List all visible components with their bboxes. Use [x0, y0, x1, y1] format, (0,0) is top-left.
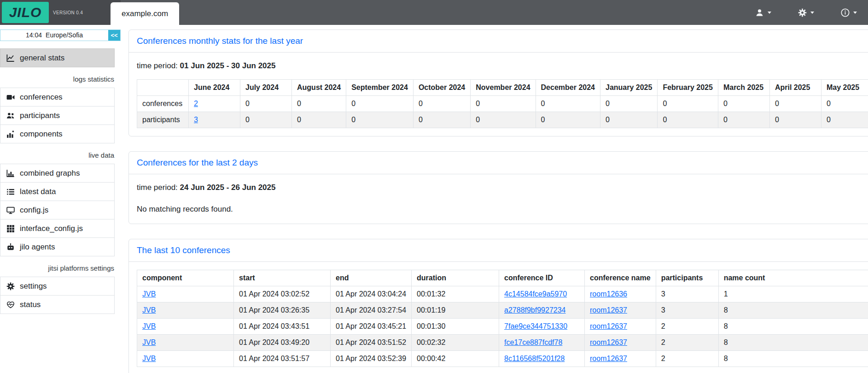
- table-cell[interactable]: room12637: [585, 335, 656, 351]
- sidebar-collapse-button[interactable]: <<: [108, 30, 120, 41]
- sidebar-item-general-stats[interactable]: general stats: [0, 48, 115, 67]
- table-cell: 0: [658, 112, 718, 128]
- sidebar-entry: jilo agents jilo agents: [0, 237, 121, 256]
- column-header: start: [234, 270, 331, 286]
- top-bar: JILO VERSION 0.4 example.com: [0, 0, 868, 25]
- table-cell[interactable]: room12637: [585, 302, 656, 319]
- table-cell: 8: [718, 319, 868, 335]
- table-cell[interactable]: JVB: [137, 335, 234, 351]
- table-cell: 2: [656, 335, 718, 351]
- table-cell: 0: [718, 112, 769, 128]
- table-cell[interactable]: 4c14584fce9a5970: [499, 286, 585, 302]
- sidebar-item-latest-data[interactable]: latest data: [0, 182, 115, 201]
- main-content: Conferences monthly stats for the last y…: [121, 25, 868, 373]
- sidebar-entry: logs statistics logs statistics: [0, 67, 121, 88]
- table-cell: 0: [471, 112, 536, 128]
- clock: 14:04Europe/Sofia: [0, 30, 108, 41]
- time-period-label: time period:: [137, 183, 178, 192]
- sidebar-item-config-js[interactable]: config.js: [0, 201, 115, 219]
- info-icon: [841, 8, 850, 17]
- table-cell: 0: [240, 112, 292, 128]
- sidebar-item-jilo-agents[interactable]: jilo agents: [0, 237, 115, 256]
- header-menus: [755, 0, 857, 25]
- time-period-label: time period:: [137, 61, 178, 70]
- settings-menu[interactable]: [798, 8, 814, 17]
- chevron-down-icon: [853, 12, 857, 14]
- time-period-value: 01 Jun 2025 - 30 Jun 2025: [180, 61, 276, 70]
- sidebar-item-combined-graphs[interactable]: combined graphs: [0, 164, 115, 183]
- table-cell: participants: [137, 112, 189, 128]
- table-cell: 01 Apr 2024 03:02:52: [234, 286, 331, 302]
- table-cell[interactable]: room12637: [585, 319, 656, 335]
- info-menu[interactable]: [841, 8, 857, 17]
- table-row: participants 3 0 0 0 0: [137, 112, 868, 128]
- table-cell[interactable]: a2788f9bf9927234: [499, 302, 585, 319]
- table-row: JVB 01 Apr 2024 03:02:52 01 Apr 2024 03:…: [137, 286, 868, 302]
- sidebar-item-conferences[interactable]: conferences: [0, 88, 115, 107]
- table-cell: 8: [718, 302, 868, 319]
- monthly-stats-card: Conferences monthly stats for the last y…: [128, 30, 868, 136]
- sidebar-section-label: logs statistics: [0, 67, 121, 88]
- sidebar-entry: components components: [0, 124, 121, 143]
- sidebar-entry: latest data latest data: [0, 182, 121, 201]
- table-cell: 00:02:32: [412, 335, 499, 351]
- sidebar-item-settings[interactable]: settings: [0, 277, 115, 296]
- column-header: [137, 80, 189, 96]
- sidebar-entry: interface_config.js interface_config.js: [0, 219, 121, 238]
- table-cell: 0: [821, 96, 868, 112]
- table-cell: 0: [769, 96, 821, 112]
- table-cell[interactable]: 2: [189, 96, 240, 112]
- table-row: JVB 01 Apr 2024 03:49:20 01 Apr 2024 03:…: [137, 335, 868, 351]
- column-header: February 2025: [658, 80, 718, 96]
- version-label: VERSION 0.4: [53, 10, 83, 15]
- column-header: component: [137, 270, 234, 286]
- table-cell: 3: [656, 302, 718, 319]
- table-cell[interactable]: 3: [189, 112, 240, 128]
- sidebar-item-label: interface_config.js: [20, 224, 83, 233]
- sidebar-item-label: settings: [20, 282, 47, 291]
- table-cell: 8: [718, 351, 868, 367]
- bar-chart-icon: [6, 169, 16, 178]
- sidebar-item-status[interactable]: status: [0, 295, 115, 314]
- sidebar-section-label: live data: [0, 143, 121, 164]
- column-header: May 2025: [821, 80, 868, 96]
- sidebar-item-components[interactable]: components: [0, 124, 115, 143]
- table-cell: 0: [413, 112, 470, 128]
- table-cell: 2: [656, 351, 718, 367]
- sidebar-entry: conferences conferences: [0, 88, 121, 107]
- table-cell: 01 Apr 2024 03:52:39: [331, 351, 412, 367]
- table-cell: 00:01:19: [412, 302, 499, 319]
- sidebar-item-participants[interactable]: participants: [0, 106, 115, 125]
- sidebar-item-label: general stats: [20, 53, 64, 63]
- table-cell: 00:00:42: [412, 351, 499, 367]
- chevron-down-icon: [768, 12, 771, 14]
- last-10-conferences-title: The last 10 conferences: [129, 239, 868, 262]
- table-cell[interactable]: room12637: [585, 351, 656, 367]
- time-period-value: 24 Jun 2025 - 26 Jun 2025: [180, 183, 276, 192]
- clock-timezone: Europe/Sofia: [46, 31, 83, 39]
- user-icon: [755, 8, 764, 17]
- table-cell: 0: [769, 112, 821, 128]
- table-cell[interactable]: fce17ce887fcdf78: [499, 335, 585, 351]
- table-cell: 1: [718, 286, 868, 302]
- sidebar-item-interface-config-js[interactable]: interface_config.js: [0, 219, 115, 238]
- table-cell: 01 Apr 2024 03:51:52: [331, 335, 412, 351]
- column-header: January 2025: [600, 80, 657, 96]
- user-menu[interactable]: [755, 8, 771, 17]
- table-cell[interactable]: 8c116568f5201f28: [499, 351, 585, 367]
- table-cell[interactable]: JVB: [137, 286, 234, 302]
- platform-tab[interactable]: example.com: [111, 2, 179, 25]
- video-camera-icon: [6, 93, 16, 101]
- table-cell: 0: [240, 96, 292, 112]
- table-row: JVB 01 Apr 2024 03:51:57 01 Apr 2024 03:…: [137, 351, 868, 367]
- column-header: September 2024: [346, 80, 414, 96]
- monitor-icon: [6, 206, 16, 214]
- table-cell[interactable]: JVB: [137, 319, 234, 335]
- column-header: end: [331, 270, 412, 286]
- table-row: JVB 01 Apr 2024 03:43:51 01 Apr 2024 03:…: [137, 319, 868, 335]
- table-cell[interactable]: 7fae9ce344751330: [499, 319, 585, 335]
- table-cell[interactable]: JVB: [137, 302, 234, 319]
- table-cell[interactable]: room12636: [585, 286, 656, 302]
- table-cell: 0: [718, 96, 769, 112]
- table-cell[interactable]: JVB: [137, 351, 234, 367]
